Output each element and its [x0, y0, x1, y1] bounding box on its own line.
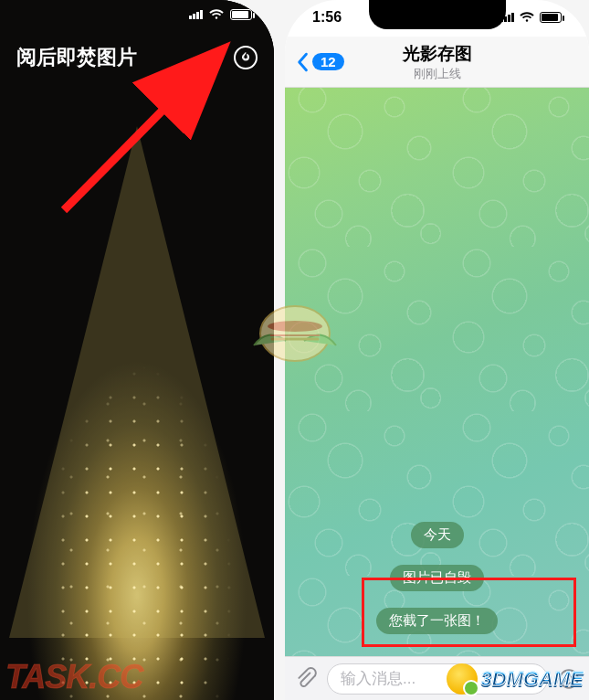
- notch: [369, 0, 506, 29]
- system-message: 您截了一张图！: [376, 608, 498, 634]
- chat-title[interactable]: 光影存图: [403, 42, 472, 66]
- svg-point-1: [564, 675, 567, 678]
- wifi-icon: [208, 9, 225, 20]
- viewer-title: 阅后即焚图片: [16, 44, 137, 71]
- self-destruct-timer-icon[interactable]: [234, 46, 258, 69]
- viewer-header: 阅后即焚图片: [0, 44, 274, 71]
- chat-input-bar: [285, 656, 589, 700]
- svg-point-0: [560, 670, 578, 688]
- status-time: 1:56: [312, 9, 342, 26]
- phone-left: 阅后即焚图片: [0, 0, 274, 700]
- date-pill: 今天: [411, 522, 464, 548]
- battery-icon: [230, 9, 252, 20]
- disappearing-photo-content: [0, 0, 274, 700]
- attach-icon[interactable]: [294, 665, 318, 693]
- system-message: 图片已自毁: [390, 565, 484, 591]
- unread-badge: 12: [312, 53, 344, 70]
- message-input[interactable]: [327, 663, 548, 695]
- phone-right: 1:56 12 光影存图 刚刚上线: [285, 0, 589, 700]
- svg-point-2: [571, 675, 573, 678]
- two-phone-comparison: 阅后即焚图片 1:56: [0, 0, 589, 700]
- system-messages: 今天 图片已自毁 您截了一张图！: [285, 516, 589, 640]
- chevron-left-icon: [296, 52, 309, 72]
- chat-body[interactable]: 今天 图片已自毁 您截了一张图！: [285, 88, 589, 656]
- back-button[interactable]: 12: [296, 52, 344, 72]
- sticker-icon[interactable]: [557, 665, 581, 693]
- status-bar-left: [189, 9, 252, 20]
- chat-subtitle: 刚刚上线: [403, 66, 472, 82]
- signal-icon: [189, 10, 203, 19]
- wifi-icon: [519, 12, 535, 23]
- chat-header: 12 光影存图 刚刚上线: [285, 37, 589, 88]
- battery-icon: [540, 12, 562, 23]
